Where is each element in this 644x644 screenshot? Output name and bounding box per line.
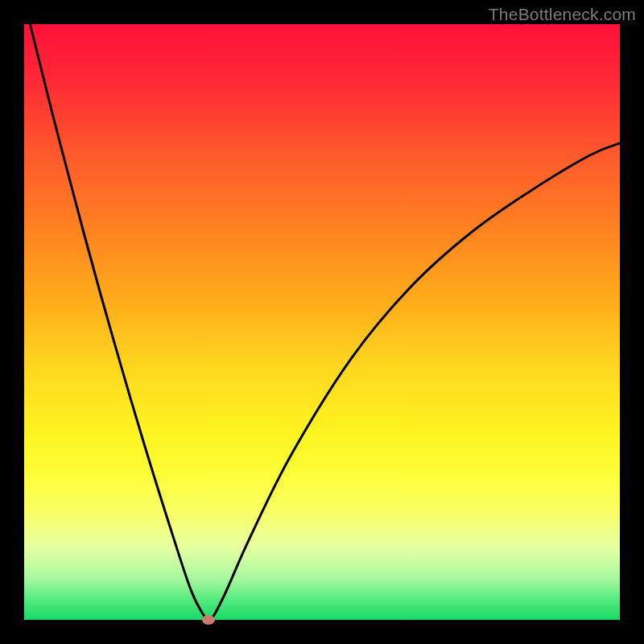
curve-svg [24,24,620,620]
chart-container: TheBottleneck.com [0,0,644,644]
plot-area [24,24,620,620]
min-marker [202,615,215,625]
watermark-text: TheBottleneck.com [489,5,636,24]
bottleneck-curve-path [30,24,620,620]
